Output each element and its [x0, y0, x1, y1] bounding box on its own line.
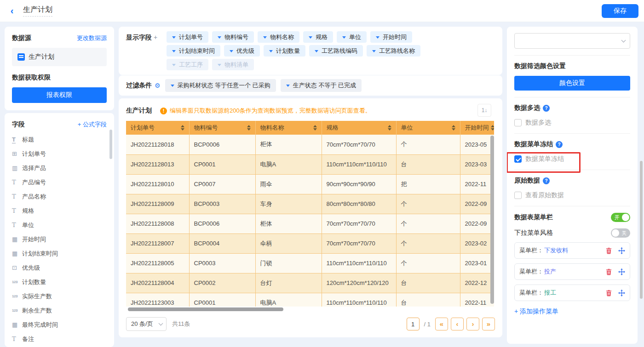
field-item[interactable]: 产品编号	[12, 175, 107, 189]
add-display-field-button[interactable]: +	[154, 34, 157, 41]
column-header[interactable]: 物料编号	[194, 124, 218, 132]
table-cell: 70cm*70cm*70/70	[322, 214, 396, 233]
gear-icon[interactable]: ⚙	[155, 82, 161, 89]
field-item[interactable]: 标题	[12, 132, 107, 147]
menu-bar-item[interactable]: 菜单栏： 报工	[514, 284, 630, 301]
sort-icon[interactable]	[388, 123, 391, 132]
filter-color-section: 数据筛选颜色设置 颜色设置	[514, 62, 630, 97]
table-row[interactable]: JH20221128004CP0002台灯120cm*120cm*120/120…	[126, 273, 494, 293]
field-item[interactable]: 计划结束时间	[12, 246, 107, 261]
field-item-label: 产品名称	[22, 193, 46, 201]
table-vertical-scrollbar[interactable]	[490, 136, 494, 304]
sort-order-button[interactable]: 1↓	[477, 104, 491, 117]
table-row[interactable]: JH20221128013CP0001电脑A110cm*110cm*110/11…	[126, 154, 494, 174]
field-item[interactable]: 选择产品	[12, 161, 107, 175]
add-formula-field-link[interactable]: + 公式字段	[78, 120, 107, 129]
color-settings-button[interactable]: 颜色设置	[514, 76, 630, 91]
display-field-chip[interactable]: 规格	[303, 31, 333, 43]
field-item[interactable]: 计划单号	[12, 147, 107, 161]
display-field-chip[interactable]: 工艺路线编码	[309, 45, 363, 57]
table-cell: 2023-02	[460, 233, 494, 253]
chevron-down-icon	[376, 36, 380, 40]
field-item[interactable]: 单位	[12, 218, 107, 232]
help-icon[interactable]: ?	[556, 141, 563, 148]
table-row[interactable]: JH20221128018BCP0006柜体70cm*70cm*70/70个20…	[126, 135, 494, 154]
scrollbar-thumb[interactable]	[128, 307, 283, 311]
display-field-chip[interactable]: 计划结束时间	[167, 45, 220, 57]
display-field-chip[interactable]: 优先级	[224, 45, 260, 57]
field-item[interactable]: 剩余生产数	[12, 303, 107, 318]
sort-icon[interactable]	[181, 123, 184, 132]
last-page-button[interactable]: »	[482, 318, 495, 330]
help-icon[interactable]: ?	[543, 177, 550, 184]
delete-icon[interactable]	[605, 268, 612, 275]
chip-label: 工艺工序	[179, 61, 203, 69]
filter-condition-chip[interactable]: 生产状态 不等于 已完成	[281, 79, 362, 92]
report-permission-button[interactable]: 报表权限	[12, 87, 107, 103]
field-item[interactable]: 备注	[12, 332, 107, 346]
move-icon[interactable]	[618, 247, 625, 254]
change-datasource-link[interactable]: 更改数据源	[77, 34, 107, 42]
column-header[interactable]: 物料名称	[260, 124, 284, 132]
multi-select-checkbox[interactable]	[514, 119, 522, 126]
column-header[interactable]: 计划单号	[131, 124, 155, 132]
page-scrollbar[interactable]	[640, 161, 643, 299]
table-row[interactable]: JH20221128005CP0003门锁110cm*110cm*110/110…	[126, 253, 494, 273]
sort-icon[interactable]	[491, 123, 494, 132]
save-button[interactable]: 保存	[602, 4, 638, 18]
display-field-chip[interactable]: 物料清单	[212, 59, 254, 70]
sort-icon[interactable]	[313, 123, 317, 132]
display-field-chip[interactable]: 开始时间	[370, 31, 412, 43]
chevron-down-icon	[269, 50, 273, 54]
display-field-chip[interactable]: 工艺路线名称	[367, 45, 420, 57]
filter-chips: 采购耗材状态 等于任意一个 已采购 生产状态 不等于 已完成	[165, 79, 366, 92]
delete-icon[interactable]	[605, 289, 612, 296]
display-field-chip[interactable]: 工艺工序	[167, 59, 208, 70]
sort-icon[interactable]	[247, 123, 251, 132]
column-header[interactable]: 规格	[327, 124, 339, 132]
next-page-button[interactable]: ›	[466, 318, 479, 330]
display-field-chip[interactable]: 计划数量	[264, 45, 305, 57]
dropdown-style-toggle[interactable]: 关	[611, 228, 630, 238]
datasource-item[interactable]: 生产计划	[12, 48, 107, 66]
table-horizontal-scrollbar[interactable]	[126, 307, 494, 312]
back-icon[interactable]: ‹	[6, 5, 18, 17]
table-row[interactable]: JH20221128008BCP0006柜体70cm*70cm*70/70个20…	[126, 214, 494, 233]
column-header[interactable]: 单位	[401, 124, 413, 132]
field-item[interactable]: 开始时间	[12, 232, 107, 246]
field-item[interactable]: 产品名称	[12, 189, 107, 204]
field-item[interactable]: 优先级	[12, 261, 107, 275]
field-item[interactable]: 规格	[12, 204, 107, 218]
table-row[interactable]: JH20221128010CP0007雨伞90cm*90cm*90/90把202…	[126, 174, 494, 194]
first-page-button[interactable]: «	[435, 318, 448, 330]
page-size-select[interactable]: 20 条/页	[126, 317, 167, 331]
menu-bar-toggle[interactable]: 开	[611, 213, 630, 222]
display-field-chip[interactable]: 计划单号	[167, 31, 208, 43]
raw-data-checkbox[interactable]	[514, 192, 522, 199]
component-select[interactable]	[514, 33, 630, 49]
table-row[interactable]: JH20221128009BCP0003车身80cm*80cm*80/80个20…	[126, 194, 494, 214]
field-item[interactable]: 计划数量	[12, 275, 107, 289]
sort-icon[interactable]	[452, 123, 455, 132]
table-row[interactable]: JH20221128007BCP0004伞柄70cm*70cm*70/70个20…	[126, 233, 494, 253]
menu-bar-item[interactable]: 菜单栏： 投产	[514, 263, 630, 280]
help-icon[interactable]: ?	[543, 105, 550, 112]
filter-condition-chip[interactable]: 采购耗材状态 等于任意一个 已采购	[165, 79, 276, 92]
prev-page-button[interactable]: ‹	[451, 318, 464, 330]
delete-icon[interactable]	[605, 247, 612, 254]
field-item[interactable]: 实际生产数	[12, 289, 107, 303]
menu-freeze-checkbox[interactable]	[514, 155, 522, 163]
display-field-chip[interactable]: 物料编号	[212, 31, 254, 43]
menu-bar-item[interactable]: 菜单栏： 下发收料	[514, 242, 630, 259]
column-header[interactable]: 开始时间	[465, 124, 489, 132]
field-item[interactable]: 最终完成时间	[12, 318, 107, 332]
add-action-menu-link[interactable]: + 添加操作菜单	[514, 307, 630, 316]
page-number-input[interactable]: 1	[407, 318, 420, 330]
display-field-chip[interactable]: 物料名称	[258, 31, 299, 43]
fields-scrollbar[interactable]	[109, 130, 112, 159]
move-icon[interactable]	[618, 268, 625, 275]
display-field-chip[interactable]: 单位	[337, 31, 367, 43]
move-icon[interactable]	[618, 289, 625, 296]
table-row[interactable]: JH20221123003CP0001电脑A110cm*110cm*110/11…	[126, 293, 494, 307]
table-cell: 台灯	[255, 273, 322, 293]
